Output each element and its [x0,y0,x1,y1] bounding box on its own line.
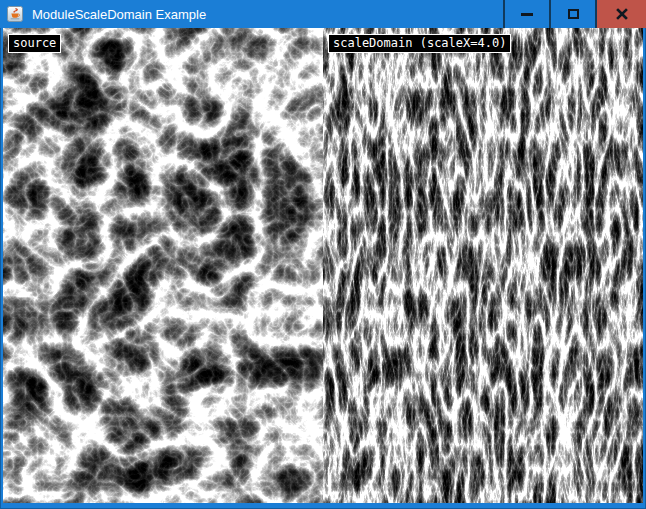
minimize-icon [521,13,533,16]
close-button[interactable] [595,0,646,28]
close-icon [616,8,628,20]
window-controls [503,0,646,28]
noise-image-scaledomain [323,28,643,503]
source-label: source [8,34,61,53]
panel-scaledomain: scaleDomain (scaleX=4.0) [323,28,643,503]
scaledomain-label: scaleDomain (scaleX=4.0) [328,34,511,53]
minimize-button[interactable] [503,0,549,28]
java-coffee-cup-icon[interactable] [7,6,23,22]
window-title: ModuleScaleDomain Example [32,7,503,22]
panel-source: source [3,28,323,503]
title-bar[interactable]: ModuleScaleDomain Example [0,0,646,28]
noise-image-source [3,28,323,503]
maximize-button[interactable] [549,0,595,28]
app-window: ModuleScaleDomain Example source scaleDo… [0,0,646,509]
content-area: source scaleDomain (scaleX=4.0) [3,28,643,503]
maximize-icon [568,9,579,19]
java-coffee-cup-icon-svg [7,6,23,22]
